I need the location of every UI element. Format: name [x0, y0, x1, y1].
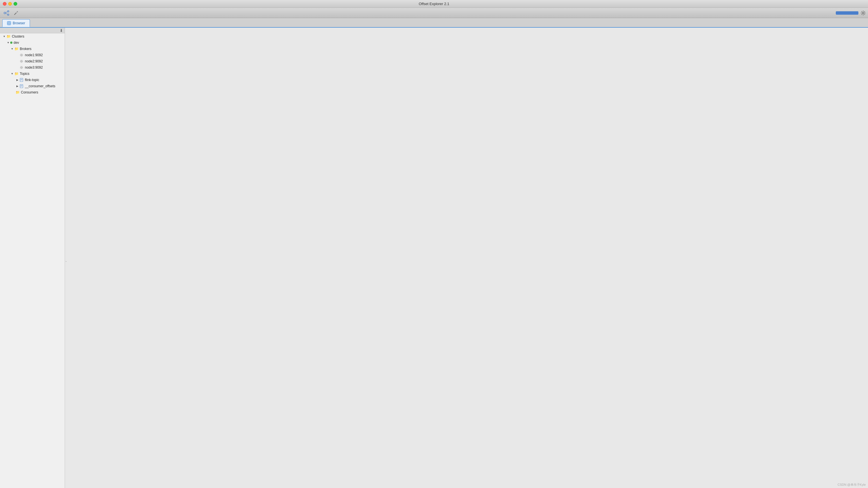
node1-label: node1:9092	[25, 53, 43, 57]
svg-point-16	[21, 61, 22, 62]
tab-browser[interactable]: Browser	[2, 19, 30, 27]
node2-arrow	[15, 59, 19, 63]
tree-node-node1[interactable]: node1:9092	[0, 52, 65, 58]
edit-button[interactable]	[12, 9, 20, 17]
traffic-lights	[3, 2, 17, 6]
main-content: ⬇ 📁 Clusters dev 📁 Brokers	[0, 28, 868, 488]
tree-node-topics[interactable]: 📁 Topics	[0, 71, 65, 77]
svg-line-3	[6, 11, 8, 13]
browser-icon	[7, 21, 11, 25]
dev-label: dev	[13, 41, 19, 44]
tree-node-brokers[interactable]: 📁 Brokers	[0, 46, 65, 52]
topics-folder-icon: 📁	[14, 71, 19, 76]
topics-arrow	[10, 72, 14, 76]
flink-topic-label: flink-topic	[25, 78, 39, 82]
svg-point-9	[862, 12, 864, 14]
brokers-arrow	[10, 47, 14, 51]
svg-line-8	[14, 14, 15, 15]
tab-browser-label: Browser	[13, 21, 25, 25]
tree-node-dev[interactable]: dev	[0, 39, 65, 46]
svg-point-0	[4, 12, 6, 14]
main-area	[66, 28, 868, 488]
node3-label: node3:9092	[25, 66, 43, 69]
svg-point-15	[20, 54, 23, 57]
edit-icon	[13, 10, 19, 15]
consumer-offsets-label: __consumer_offsets	[25, 84, 55, 88]
node3-arrow	[15, 66, 19, 69]
consumers-folder-icon: 📁	[15, 90, 20, 95]
tab-bar: Browser	[0, 18, 868, 28]
clusters-label: Clusters	[12, 34, 24, 38]
consumers-arrow	[11, 90, 15, 94]
tree-panel: ⬇ 📁 Clusters dev 📁 Brokers	[0, 28, 65, 488]
svg-line-4	[6, 13, 8, 14]
flink-topic-icon	[19, 78, 24, 82]
svg-rect-20	[20, 78, 23, 82]
clusters-arrow	[2, 34, 6, 38]
toolbar-right	[836, 10, 866, 15]
brokers-label: Brokers	[20, 47, 31, 51]
svg-point-2	[8, 14, 9, 15]
title-bar: Offset Explorer 2.1	[0, 0, 868, 8]
tree-panel-header: ⬇	[0, 28, 65, 33]
panel-resizer[interactable]	[65, 28, 66, 488]
tree-node-node3[interactable]: node3:9092	[0, 64, 65, 71]
svg-point-19	[20, 66, 23, 69]
svg-point-18	[21, 67, 22, 68]
brokers-folder-icon: 📁	[14, 46, 19, 51]
svg-point-14	[21, 55, 22, 56]
node1-broker-icon	[19, 53, 24, 57]
connect-icon	[4, 10, 9, 16]
tree-node-node2[interactable]: node2:9092	[0, 58, 65, 64]
progress-bar	[836, 11, 858, 15]
consumers-label: Consumers	[21, 90, 38, 94]
consumer-offsets-icon	[19, 84, 24, 88]
panel-collapse-icon[interactable]: ⬇	[59, 28, 64, 33]
tree-node-clusters[interactable]: 📁 Clusters	[0, 33, 65, 39]
close-button[interactable]	[3, 2, 6, 6]
topics-label: Topics	[20, 72, 29, 76]
consumer-offsets-arrow	[15, 84, 19, 88]
tree-node-consumer-offsets[interactable]: __consumer_offsets	[0, 83, 65, 89]
svg-point-17	[20, 60, 23, 63]
window-title: Offset Explorer 2.1	[419, 2, 449, 6]
dev-arrow	[6, 41, 10, 44]
clusters-folder-icon: 📁	[6, 34, 11, 39]
svg-marker-6	[17, 11, 18, 12]
node1-arrow	[15, 53, 19, 57]
toolbar	[0, 8, 868, 18]
connect-button[interactable]	[2, 9, 11, 17]
tree-node-flink-topic[interactable]: flink-topic	[0, 77, 65, 83]
node2-label: node2:9092	[25, 59, 43, 63]
maximize-button[interactable]	[13, 2, 17, 6]
watermark: CSDN @单吊子Kyle	[837, 483, 866, 487]
svg-rect-24	[20, 85, 23, 88]
svg-point-1	[8, 10, 9, 12]
dev-status-dot	[10, 41, 12, 44]
node3-broker-icon	[19, 65, 24, 70]
tree-node-consumers[interactable]: 📁 Consumers	[0, 89, 65, 95]
flink-topic-arrow	[15, 78, 19, 82]
minimize-button[interactable]	[8, 2, 12, 6]
settings-icon[interactable]	[861, 10, 866, 15]
node2-broker-icon	[19, 59, 24, 64]
